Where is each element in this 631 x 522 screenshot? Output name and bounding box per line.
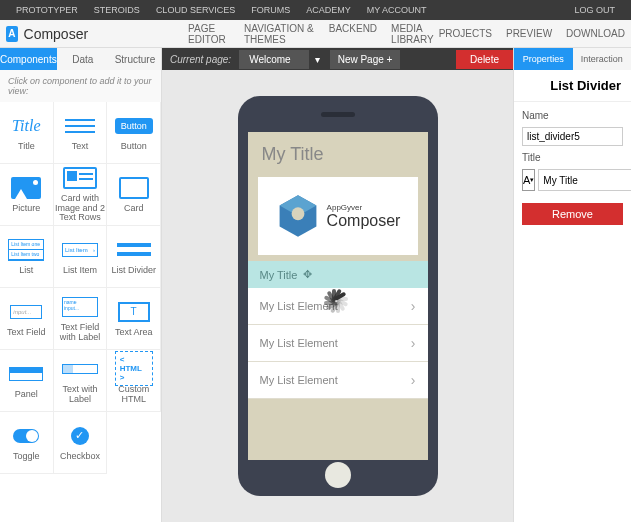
panel-icon [9,367,43,381]
list-divider-icon [117,241,151,259]
text-area-icon: T [118,302,150,322]
nav-projects[interactable]: PROJECTS [439,28,492,39]
card-icon [119,177,149,199]
title-input[interactable] [538,169,631,191]
picture-icon [11,177,41,199]
nav-download[interactable]: DOWNLOAD [566,28,625,39]
nav-forums[interactable]: FORUMS [251,5,290,15]
comp-list-item[interactable]: List Item›List Item [54,226,108,288]
top-nav: PROTOTYPER STEROIDS CLOUD SERVICES FORUM… [0,0,631,20]
nav-preview[interactable]: PREVIEW [506,28,552,39]
app-header: A Composer PAGE EDITOR NAVIGATION & THEM… [0,20,631,48]
new-page-button[interactable]: New Page + [330,50,401,69]
nav-account[interactable]: MY ACCOUNT [367,5,427,15]
logo-title: Composer [327,212,401,230]
subnav-media[interactable]: MEDIA LIBRARY [391,23,439,45]
comp-checkbox[interactable]: ✓Checkbox [54,412,108,474]
page-selector[interactable]: Welcome [239,50,309,69]
logo-badge-icon: A [6,26,18,42]
screen-title[interactable]: My Title [248,132,428,173]
move-icon: ✥ [303,268,312,281]
properties-title: List Divider [514,70,631,102]
toggle-icon [13,429,39,443]
remove-button[interactable]: Remove [522,203,623,225]
appgyver-logo-icon [275,193,321,239]
name-input[interactable] [522,127,623,146]
text-icon [65,117,95,135]
comp-picture[interactable]: Picture [0,164,54,226]
comp-title[interactable]: TitleTitle [0,102,54,164]
text-field-icon: input... [10,305,42,319]
subnav-navigation[interactable]: NAVIGATION & THEMES [244,23,315,45]
subnav-backend[interactable]: BACKEND [329,23,377,45]
list-item-icon: List Item› [62,243,98,257]
comp-panel[interactable]: Panel [0,350,54,412]
text-field-label-icon: nameinput... [62,297,98,317]
nav-steroids[interactable]: STEROIDS [94,5,140,15]
list-icon: List Item oneList Item two [8,239,44,261]
format-button[interactable]: A▾ [522,169,535,191]
page-bar: Current page: Welcome ▾ New Page + Delet… [162,48,513,70]
subnav-page-editor[interactable]: PAGE EDITOR [188,23,230,45]
logo-card[interactable]: AppGyver Composer [258,177,418,255]
comp-card-image[interactable]: Card with Image and 2 Text Rows [54,164,108,226]
tab-structure[interactable]: Structure [109,48,161,70]
nav-academy[interactable]: ACADEMY [306,5,351,15]
button-icon: Button [115,118,153,134]
phone-home-button-icon [325,462,351,488]
comp-card[interactable]: Card [107,164,161,226]
tab-data[interactable]: Data [57,48,109,70]
checkbox-icon: ✓ [71,427,89,445]
comp-toggle[interactable]: Toggle [0,412,54,474]
comp-list[interactable]: List Item oneList Item twoList [0,226,54,288]
app-title: Composer [24,26,89,42]
right-panel: Properties Interaction List Divider Name… [513,48,631,522]
left-panel: Components Data Structure Click on compo… [0,48,162,522]
hint-text: Click on component to add it to your vie… [0,70,161,102]
nav-cloud[interactable]: CLOUD SERVICES [156,5,235,15]
comp-list-divider[interactable]: List Divider [107,226,161,288]
loading-spinner-icon [315,300,361,346]
comp-text-field[interactable]: input...Text Field [0,288,54,350]
logo-subtitle: AppGyver [327,203,401,212]
chevron-down-icon: ▾ [530,176,534,184]
title-label: Title [522,152,623,163]
nav-prototyper[interactable]: PROTOTYPER [16,5,78,15]
chevron-right-icon: › [411,372,416,388]
comp-button[interactable]: ButtonButton [107,102,161,164]
logout-link[interactable]: LOG OUT [574,5,615,15]
tab-properties[interactable]: Properties [514,48,573,70]
tab-components[interactable]: Components [0,48,57,70]
canvas-area: Current page: Welcome ▾ New Page + Delet… [162,48,513,522]
html-icon: < HTML > [115,351,153,386]
comp-text-label[interactable]: Text with Label [54,350,108,412]
list-row[interactable]: My List Element› [248,362,428,399]
chevron-right-icon: › [411,335,416,351]
card-image-icon [63,167,97,189]
svg-point-2 [291,207,304,220]
comp-text[interactable]: Text [54,102,108,164]
name-label: Name [522,110,623,121]
text-label-icon [62,364,98,374]
tab-interaction[interactable]: Interaction [573,48,632,70]
phone-speaker-icon [321,112,355,117]
comp-text-area[interactable]: TText Area [107,288,161,350]
comp-text-field-label[interactable]: nameinput...Text Field with Label [54,288,108,350]
chevron-right-icon: › [411,298,416,314]
list-divider-element[interactable]: My Title ✥ [248,261,428,288]
comp-custom-html[interactable]: < HTML >Custom HTML [107,350,161,412]
title-icon: Title [12,117,40,135]
page-dropdown-icon[interactable]: ▾ [309,54,326,65]
delete-page-button[interactable]: Delete [456,50,513,69]
current-page-label: Current page: [162,54,239,65]
